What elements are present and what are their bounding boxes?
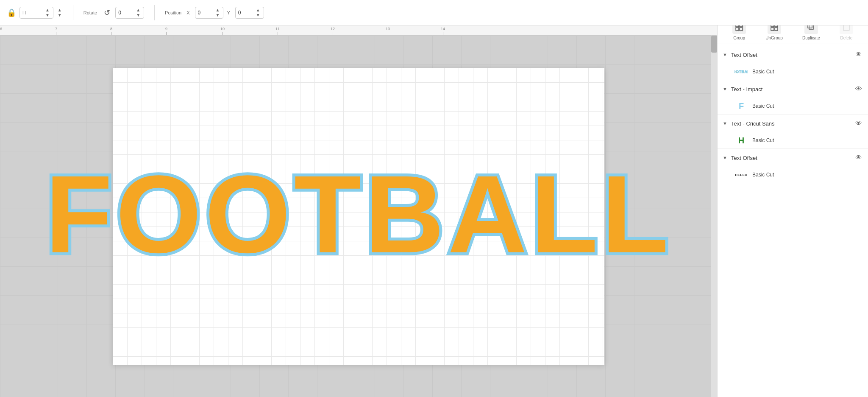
layer-item-2-1[interactable]: F Basic Cut [718, 98, 868, 114]
canvas-scrollbar[interactable] [711, 36, 717, 397]
divider-1 [73, 5, 73, 20]
chevron-icon-2: ▼ [723, 87, 728, 92]
eye-icon-2[interactable]: 👁 [854, 84, 863, 94]
y-arrows[interactable]: ▲ ▼ [255, 8, 261, 17]
ruler-mark-6: 6 [0, 27, 2, 35]
rotate-input[interactable] [118, 10, 135, 16]
ruler-marks: 6 7 8 9 10 11 [0, 25, 717, 35]
layer-sub-name-4-1: Basic Cut [752, 172, 774, 178]
canvas-scrollbar-thumb[interactable] [711, 36, 717, 53]
layer-group-3: ▼ Text - Cricut Sans 👁 H Basic Cut [718, 115, 868, 149]
canvas-paper[interactable]: FOOTBALL [113, 68, 604, 365]
layer-thumb-3-1: H [734, 136, 748, 145]
layers-list[interactable]: ▼ Text Offset 👁 FOOTBALL Basic Cut ▼ Tex… [718, 44, 868, 397]
duplicate-label: Duplicate [802, 36, 820, 40]
svg-rect-3 [740, 28, 743, 31]
x-arrows[interactable]: ▲ ▼ [215, 8, 221, 17]
height-input-wrap: H ▲ ▼ [19, 7, 53, 19]
football-text[interactable]: FOOTBALL [45, 159, 672, 269]
height-arrows[interactable]: ▲ ▼ [45, 8, 50, 17]
right-panel: Layers Color Sync Group [717, 0, 868, 397]
ruler-mark-13: 13 [386, 27, 390, 35]
ruler-mark-8: 8 [110, 27, 112, 35]
position-group: Position X ▲ ▼ Y ▲ ▼ [165, 7, 264, 19]
layer-group-4-name: Text Offset [731, 155, 851, 161]
ruler-mark-14: 14 [441, 27, 445, 35]
ruler-mark-11: 11 [275, 27, 280, 35]
h-label: H [22, 10, 26, 15]
toolbar: 🔒 H ▲ ▼ ▲ ▼ Rotate ↺ ▲ ▼ Position X [0, 0, 868, 25]
layer-sub-name-2-1: Basic Cut [752, 103, 774, 109]
x-label: X [186, 10, 189, 15]
rotate-label: Rotate [83, 10, 97, 15]
svg-rect-7 [771, 28, 774, 31]
rotate-arrows[interactable]: ▲ ▼ [135, 8, 141, 17]
svg-rect-2 [736, 28, 739, 31]
y-label: Y [227, 10, 230, 15]
rotate-group: Rotate ↺ ▲ ▼ [83, 7, 144, 19]
layer-group-3-header[interactable]: ▼ Text - Cricut Sans 👁 [718, 115, 868, 132]
eye-icon-1[interactable]: 👁 [854, 50, 863, 59]
layer-group-2-name: Text - Impact [731, 86, 851, 92]
layer-thumb-4-1: HELLO [734, 170, 748, 179]
layer-thumb-1-1: FOOTBALL [734, 67, 748, 76]
group-label: Group [733, 36, 745, 40]
eye-icon-3[interactable]: 👁 [854, 119, 863, 128]
chevron-icon-3: ▼ [723, 121, 728, 126]
ruler-mark-12: 12 [331, 27, 335, 35]
layer-item-4-1[interactable]: HELLO Basic Cut [718, 167, 868, 183]
layer-group-4-header[interactable]: ▼ Text Offset 👁 [718, 149, 868, 167]
x-input[interactable] [198, 10, 215, 16]
layer-thumb-2-1: F [734, 101, 748, 111]
eye-icon-4[interactable]: 👁 [854, 153, 863, 162]
y-input[interactable] [238, 10, 255, 16]
ungroup-label: UnGroup [765, 36, 783, 40]
y-input-wrap: ▲ ▼ [235, 7, 264, 19]
size-lock-group: 🔒 H ▲ ▼ ▲ ▼ [7, 7, 63, 19]
svg-rect-8 [775, 28, 778, 31]
size-arrows[interactable]: ▲ ▼ [57, 8, 63, 17]
divider-2 [154, 5, 155, 20]
layer-item-3-1[interactable]: H Basic Cut [718, 132, 868, 148]
layer-group-1-name: Text Offset [731, 52, 851, 58]
ruler-mark-10: 10 [220, 27, 225, 35]
layer-group-3-name: Text - Cricut Sans [731, 120, 851, 127]
delete-label: Delete [840, 36, 852, 40]
rotate-input-wrap: ▲ ▼ [115, 7, 144, 19]
rotate-ccw-button[interactable]: ↺ [102, 8, 112, 17]
layer-group-2: ▼ Text - Impact 👁 F Basic Cut [718, 80, 868, 115]
canvas-area[interactable]: FOOTBALL [0, 36, 717, 397]
ruler-top: 6 7 8 9 10 11 [0, 25, 717, 36]
layer-group-1-header[interactable]: ▼ Text Offset 👁 [718, 46, 868, 64]
x-input-wrap: ▲ ▼ [195, 7, 224, 19]
layer-sub-name-1-1: Basic Cut [752, 69, 774, 75]
svg-rect-11 [843, 25, 849, 31]
ruler-mark-9: 9 [165, 27, 167, 35]
layer-sub-name-3-1: Basic Cut [752, 137, 774, 143]
svg-rect-9 [809, 25, 813, 29]
main-canvas-area: 6 7 8 9 10 11 [0, 25, 717, 397]
chevron-icon-4: ▼ [723, 155, 728, 160]
layer-group-1: ▼ Text Offset 👁 FOOTBALL Basic Cut [718, 46, 868, 80]
height-input[interactable] [28, 10, 45, 16]
position-label: Position [165, 10, 181, 15]
layer-group-2-header[interactable]: ▼ Text - Impact 👁 [718, 80, 868, 98]
ruler-mark-7: 7 [55, 27, 57, 35]
chevron-icon-1: ▼ [723, 52, 728, 57]
lock-icon[interactable]: 🔒 [7, 8, 16, 17]
layer-group-4: ▼ Text Offset 👁 HELLO Basic Cut [718, 149, 868, 183]
layer-item-1-1[interactable]: FOOTBALL Basic Cut [718, 64, 868, 80]
